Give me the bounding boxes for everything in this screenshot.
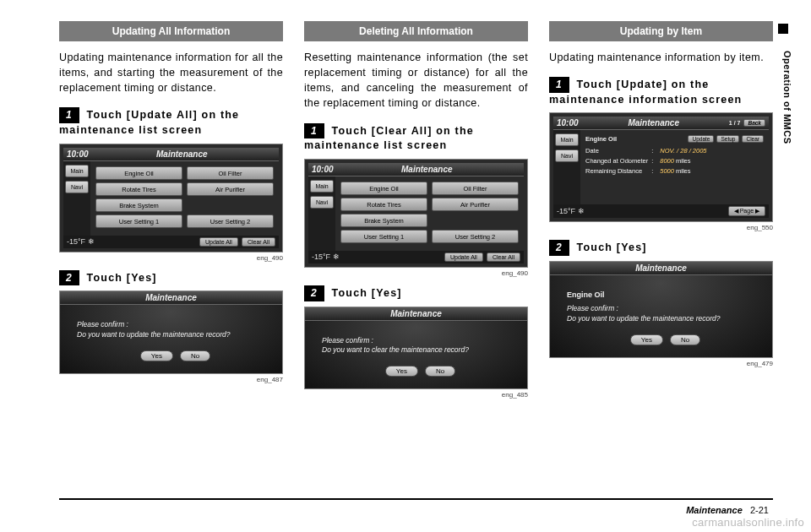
clock-label: 10:00 (557, 118, 579, 128)
page-columns: Updating All Information Updating mainte… (0, 0, 811, 473)
clear-all-button[interactable]: Clear All (487, 252, 520, 262)
rem-value: 5000 (660, 167, 674, 175)
update-button[interactable]: Update (688, 135, 714, 143)
screen-title: Maintenance (635, 263, 687, 273)
item-brake-system[interactable]: Brake System (95, 198, 182, 212)
rem-label: Remaining Distance (585, 167, 648, 175)
navi-tab[interactable]: Navi (310, 196, 334, 209)
step-number-icon: 2 (59, 270, 79, 286)
item-engine-oil[interactable]: Engine Oil (95, 166, 182, 180)
screen-title: Maintenance (401, 165, 453, 174)
back-button[interactable]: Back (743, 119, 765, 127)
watermark: carmanualsonline.info (692, 516, 804, 529)
footer-rule (59, 498, 773, 500)
step-1-text: Touch [Update] on the maintenance inform… (549, 79, 742, 106)
caption-3a: eng_550 (549, 224, 773, 231)
clear-all-button[interactable]: Clear All (242, 237, 275, 247)
temp-label: -15°F ❄ (312, 252, 340, 261)
column-deleting-all: Deleting All Information Resetting maint… (304, 21, 528, 473)
confirm-lead: Please confirm : (77, 320, 274, 330)
side-tab-label: Operation of MMCS (782, 51, 792, 144)
confirm-lead: Please confirm : (567, 304, 764, 314)
setup-button[interactable]: Setup (716, 135, 739, 143)
step-1-updating-item: 1 Touch [Update] on the maintenance info… (549, 77, 773, 107)
item-oil-filter[interactable]: Oil Filter (187, 166, 274, 180)
navi-tab[interactable]: Navi (555, 149, 579, 162)
item-engine-oil[interactable]: Engine Oil (340, 182, 427, 195)
confirm-question: Do you want to update the maintenance re… (77, 330, 274, 340)
pager[interactable]: ◀ Page ▶ (728, 206, 765, 216)
yes-button[interactable]: Yes (630, 334, 663, 345)
column-updating-all: Updating All Information Updating mainte… (59, 21, 283, 473)
main-tab[interactable]: Main (65, 165, 89, 177)
step-1-deleting-all: 1 Touch [Clear All] on the maintenance l… (304, 123, 528, 154)
item-brake-system[interactable]: Brake System (340, 214, 427, 227)
step-number-icon: 1 (304, 123, 324, 139)
item-user2[interactable]: User Setting 2 (187, 214, 274, 228)
screen-title: Maintenance (145, 293, 197, 302)
footer-page: 2-21 (750, 505, 769, 515)
step-number-icon: 1 (549, 77, 569, 93)
body-updating-item: Updating maintenance information by item… (549, 50, 773, 65)
step-2-text: Touch [Yes] (577, 242, 647, 253)
update-all-button[interactable]: Update All (444, 252, 483, 262)
no-button[interactable]: No (670, 334, 700, 345)
odo-label: Changed at Odometer (585, 157, 648, 165)
footer-text: Maintenance 2-21 (686, 505, 769, 515)
screenshot-maintenance-info: 10:00 Maintenance 1 / 7 Back Main Navi E… (549, 112, 773, 222)
step-2-updating-item: 2 Touch [Yes] (549, 240, 773, 256)
temp-label: -15°F ❄ (557, 207, 585, 215)
caption-3b: eng_479 (549, 360, 773, 367)
yes-button[interactable]: Yes (140, 350, 173, 361)
screen-title: Maintenance (156, 149, 208, 159)
update-all-button[interactable]: Update All (199, 237, 238, 247)
yes-button[interactable]: Yes (385, 366, 418, 377)
item-rotate-tires[interactable]: Rotate Tires (95, 182, 182, 196)
step-number-icon: 2 (549, 240, 569, 256)
item-air-purifier[interactable]: Air Purifier (432, 198, 519, 211)
step-1-updating-all: 1 Touch [Update All] on the maintenance … (59, 107, 283, 138)
clock-label: 10:00 (312, 165, 334, 174)
screenshot-confirm-update-item: Maintenance Engine Oil Please confirm : … (549, 261, 773, 358)
column-updating-item: Updating by Item Updating maintenance in… (549, 21, 773, 473)
clock-label: 10:00 (67, 149, 89, 159)
screenshot-maintenance-list-1: 10:00 Maintenance Main Navi Engine Oil O… (59, 144, 283, 252)
caption-1b: eng_487 (59, 376, 283, 383)
footer-label: Maintenance (686, 505, 743, 515)
item-user1[interactable]: User Setting 1 (95, 214, 182, 228)
confirm-lead: Please confirm : (322, 336, 519, 346)
step-2-text: Touch [Yes] (87, 272, 157, 284)
step-2-deleting-all: 2 Touch [Yes] (304, 285, 528, 301)
no-button[interactable]: No (180, 350, 210, 361)
navi-tab[interactable]: Navi (65, 181, 89, 193)
temp-label: -15°F ❄ (67, 237, 95, 246)
item-title: Engine Oil (567, 290, 764, 299)
step-1-text: Touch [Clear All] on the maintenance lis… (304, 125, 474, 152)
item-title: Engine Oil (585, 135, 617, 143)
item-user2[interactable]: User Setting 2 (432, 230, 519, 243)
item-user1[interactable]: User Setting 1 (340, 230, 427, 243)
screenshot-confirm-clear: Maintenance Please confirm : Do you want… (304, 307, 528, 390)
item-air-purifier[interactable]: Air Purifier (187, 182, 274, 196)
caption-2b: eng_485 (304, 391, 528, 399)
screen-title: Maintenance (390, 309, 442, 318)
body-deleting-all: Resetting maintenance information (the s… (304, 50, 528, 111)
heading-deleting-all: Deleting All Information (304, 21, 528, 41)
clear-button[interactable]: Clear (742, 135, 764, 143)
no-button[interactable]: No (425, 366, 455, 377)
screenshot-maintenance-list-2: 10:00 Maintenance Main Navi Engine Oil O… (304, 159, 528, 268)
step-1-text: Touch [Update All] on the maintenance li… (59, 109, 239, 136)
confirm-question: Do you want to update the maintenance re… (567, 314, 764, 324)
caption-1a: eng_490 (59, 254, 283, 262)
date-value: NOV. / 28 / 2005 (660, 147, 764, 155)
main-tab[interactable]: Main (310, 180, 334, 193)
page-indicator: 1 / 7 (729, 120, 741, 126)
main-tab[interactable]: Main (555, 133, 579, 146)
date-label: Date (585, 147, 648, 155)
screen-title: Maintenance (628, 118, 679, 128)
confirm-question: Do you want to clear the maintenance rec… (322, 345, 519, 356)
item-oil-filter[interactable]: Oil Filter (432, 182, 519, 195)
item-rotate-tires[interactable]: Rotate Tires (340, 198, 427, 211)
heading-updating-item: Updating by Item (549, 21, 773, 41)
step-number-icon: 1 (59, 107, 79, 123)
